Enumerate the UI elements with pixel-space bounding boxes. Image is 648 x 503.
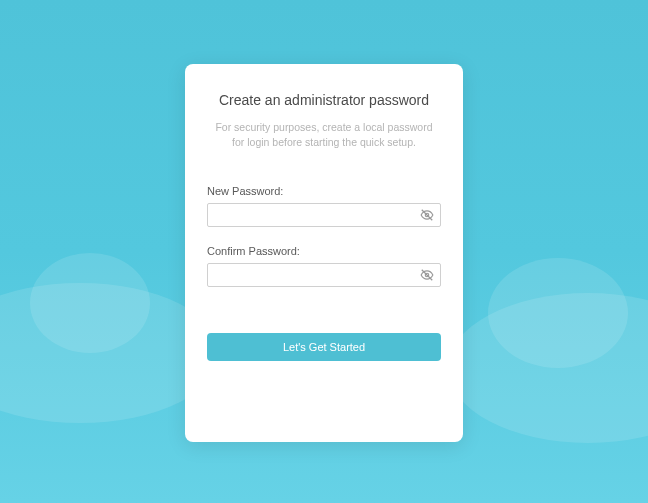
confirm-password-label: Confirm Password: (207, 245, 441, 257)
new-password-input[interactable] (207, 203, 441, 227)
decorative-cloud-right (448, 293, 648, 443)
confirm-password-group: Confirm Password: (207, 245, 441, 287)
new-password-input-wrap (207, 203, 441, 227)
confirm-password-input[interactable] (207, 263, 441, 287)
eye-slash-icon[interactable] (419, 207, 435, 223)
new-password-label: New Password: (207, 185, 441, 197)
eye-slash-icon[interactable] (419, 267, 435, 283)
get-started-button[interactable]: Let's Get Started (207, 333, 441, 361)
page-subtitle: For security purposes, create a local pa… (207, 120, 441, 149)
setup-card: Create an administrator password For sec… (185, 64, 463, 442)
new-password-group: New Password: (207, 185, 441, 227)
confirm-password-input-wrap (207, 263, 441, 287)
page-title: Create an administrator password (207, 92, 441, 108)
